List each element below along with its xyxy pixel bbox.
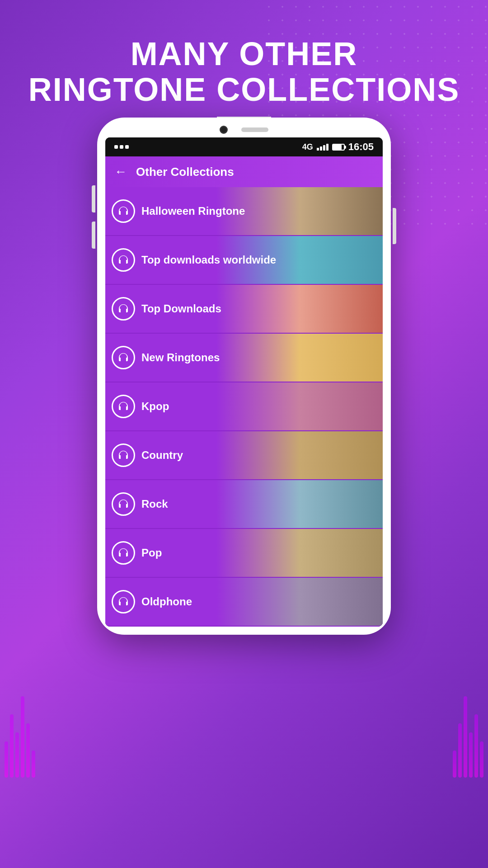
collection-item-topdownloads[interactable]: Top Downloads [105, 285, 383, 334]
item-label-newringtones: New Ringtones [141, 351, 383, 364]
icon-wrapper-halloween [105, 199, 141, 223]
collection-item-halloween[interactable]: Halloween Ringtone [105, 187, 383, 236]
phone-top-area [105, 126, 383, 134]
volume-button-1 [92, 185, 95, 212]
collection-item-country[interactable]: Country [105, 431, 383, 480]
collection-item-newringtones[interactable]: New Ringtones [105, 334, 383, 382]
collection-list: Halloween Ringtone Top downloads worldwi… [105, 187, 383, 627]
item-label-rock: Rock [141, 498, 383, 510]
headphone-icon-newringtones [112, 346, 135, 369]
collection-item-oldphone[interactable]: Oldphone [105, 578, 383, 627]
collection-item-kpop[interactable]: Kpop [105, 382, 383, 431]
status-bar: 4G 16:05 [105, 137, 383, 156]
item-label-halloween: Halloween Ringtone [141, 205, 383, 217]
item-label-topdownloads: Top Downloads [141, 302, 383, 315]
icon-wrapper-topdownloads [105, 297, 141, 321]
sound-wave-left [0, 597, 36, 778]
battery-icon [332, 144, 345, 151]
status-dot-1 [114, 145, 118, 149]
headphone-icon-kpop [112, 395, 135, 418]
collection-item-worldwide[interactable]: Top downloads worldwide [105, 236, 383, 285]
phone-screen: 4G 16:05 ← Other Collections [105, 137, 383, 627]
signal-bars [317, 144, 328, 151]
sound-wave-right [452, 597, 488, 778]
phone-mockup: 4G 16:05 ← Other Collections [97, 118, 391, 635]
headphone-icon-halloween [112, 199, 135, 223]
icon-wrapper-rock [105, 492, 141, 516]
app-header-title: Other Collections [136, 165, 234, 179]
headphone-icon-oldphone [112, 590, 135, 613]
item-label-worldwide: Top downloads worldwide [141, 254, 383, 266]
power-button [393, 208, 396, 244]
status-dot-3 [125, 145, 129, 149]
app-header: ← Other Collections [105, 156, 383, 187]
header-title: MANY OTHER RINGTONE COLLECTIONS [9, 36, 479, 108]
item-label-country: Country [141, 449, 383, 462]
item-label-pop: Pop [141, 547, 383, 559]
icon-wrapper-country [105, 443, 141, 467]
clock: 16:05 [348, 141, 374, 153]
icon-wrapper-oldphone [105, 590, 141, 613]
icon-wrapper-kpop [105, 395, 141, 418]
collection-item-rock[interactable]: Rock [105, 480, 383, 529]
status-dot-2 [120, 145, 123, 149]
headphone-icon-pop [112, 541, 135, 565]
item-label-kpop: Kpop [141, 400, 383, 413]
headphone-icon-topdownloads [112, 297, 135, 321]
icon-wrapper-worldwide [105, 248, 141, 272]
status-left [114, 145, 129, 149]
status-right: 4G 16:05 [302, 141, 374, 153]
back-button[interactable]: ← [114, 165, 127, 179]
item-label-oldphone: Oldphone [141, 595, 383, 608]
headphone-icon-rock [112, 492, 135, 516]
headphone-icon-country [112, 443, 135, 467]
phone-camera [220, 126, 228, 134]
headphone-icon-worldwide [112, 248, 135, 272]
icon-wrapper-pop [105, 541, 141, 565]
icon-wrapper-newringtones [105, 346, 141, 369]
phone-speaker [241, 127, 268, 132]
collection-item-pop[interactable]: Pop [105, 529, 383, 578]
network-indicator: 4G [302, 142, 313, 152]
volume-button-2 [92, 222, 95, 249]
